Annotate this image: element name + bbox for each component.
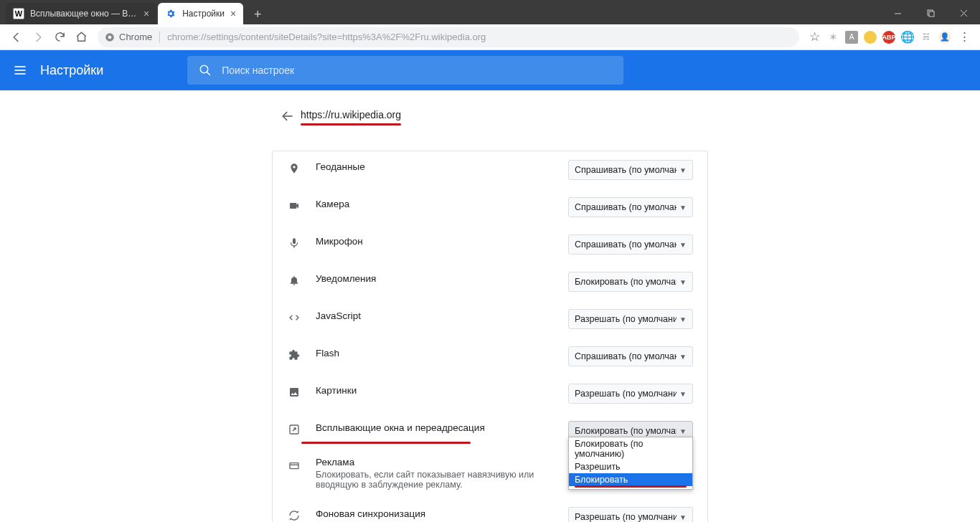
close-icon[interactable]: × <box>143 8 149 19</box>
perm-label: Фоновая синхронизация <box>316 508 425 519</box>
wikipedia-icon: W <box>13 8 24 19</box>
perm-label: Всплывающие окна и переадресация <box>316 422 485 433</box>
svg-rect-2 <box>929 11 934 16</box>
perm-label: Картинки <box>316 385 357 396</box>
pdf-icon[interactable]: A <box>845 31 858 44</box>
perm-row-location: Геоданные Спрашивать (по умолчанию)▼ <box>273 151 707 189</box>
site-url: https://ru.wikipedia.org <box>301 109 401 123</box>
extension-icon[interactable] <box>864 31 877 44</box>
close-icon[interactable]: × <box>230 8 236 19</box>
tab-wikipedia[interactable]: W Всплывающее окно — Википед × <box>6 3 156 24</box>
browser-toolbar: Chrome chrome://settings/content/siteDet… <box>0 24 980 50</box>
window-controls <box>881 1 980 24</box>
chrome-chip: Chrome <box>105 32 152 42</box>
perm-label: Flash <box>316 348 339 359</box>
perm-select-bgsync[interactable]: Разрешать (по умолчанию)▼ <box>568 507 693 522</box>
maximize-button[interactable] <box>914 1 947 24</box>
popup-icon <box>287 422 301 437</box>
highlight-underline <box>301 123 401 125</box>
page-title: Настройки <box>40 63 103 78</box>
perm-row-javascript: JavaScript Разрешать (по умолчанию)▼ <box>273 300 707 338</box>
perm-label: JavaScript <box>316 310 361 321</box>
new-tab-button[interactable]: + <box>248 4 268 24</box>
minimize-button[interactable] <box>881 1 914 24</box>
caret-down-icon: ▼ <box>679 166 687 174</box>
perm-row-camera: Камера Спрашивать (по умолчанию)▼ <box>273 189 707 226</box>
profile-avatar[interactable]: 👤 <box>938 31 951 44</box>
perm-select-javascript[interactable]: Разрешать (по умолчанию)▼ <box>568 309 693 329</box>
menu-button[interactable] <box>0 63 40 77</box>
reload-button[interactable] <box>49 27 70 48</box>
omnibox[interactable]: Chrome chrome://settings/content/siteDet… <box>98 27 799 47</box>
perm-select-images[interactable]: Разрешать (по умолчанию)▼ <box>568 384 693 404</box>
url-text: chrome://settings/content/siteDetails?si… <box>167 32 486 42</box>
perm-label: Реклама <box>316 457 354 468</box>
highlight-underline <box>575 485 687 488</box>
back-button[interactable] <box>6 27 27 48</box>
perm-row-bgsync: Фоновая синхронизация Разрешать (по умол… <box>273 498 707 522</box>
separator <box>159 32 160 43</box>
browser-menu-button[interactable]: ⋮ <box>954 29 974 44</box>
perm-select-notifications[interactable]: Блокировать (по умолчанию)▼ <box>568 272 693 292</box>
extension-icon[interactable]: ✶ <box>826 31 839 44</box>
perm-select-flash[interactable]: Спрашивать (по умолчанию)▼ <box>568 346 693 366</box>
perm-row-images: Картинки Разрешать (по умолчанию)▼ <box>273 375 707 412</box>
code-icon <box>287 310 301 325</box>
sync-icon <box>287 508 301 522</box>
perm-label: Камера <box>316 199 349 209</box>
tab-settings[interactable]: Настройки × <box>158 3 243 24</box>
bookmark-star-icon[interactable]: ☆ <box>808 31 821 44</box>
search-box[interactable] <box>187 56 623 85</box>
perm-sublabel: Блокировать, если сайт показывает навязч… <box>316 470 545 490</box>
svg-line-11 <box>207 72 210 75</box>
search-icon <box>199 64 212 77</box>
dropdown-option[interactable]: Блокировать <box>569 473 692 486</box>
chrome-icon <box>105 32 115 42</box>
perm-row-popups: Всплывающие окна и переадресация Блокиро… <box>273 412 707 447</box>
home-button[interactable] <box>70 27 92 48</box>
forward-button[interactable] <box>27 27 49 48</box>
tab-strip: W Всплывающее окно — Википед × Настройки… <box>0 0 881 24</box>
extension-icons: ☆ ✶ A ABP 🌐 ☵ 👤 <box>805 31 954 44</box>
perm-row-microphone: Микрофон Спрашивать (по умолчанию)▼ <box>273 226 707 263</box>
perm-select-camera[interactable]: Спрашивать (по умолчанию)▼ <box>568 197 693 217</box>
search-input[interactable] <box>222 65 612 76</box>
caret-down-icon: ▼ <box>679 353 687 361</box>
caret-down-icon: ▼ <box>679 513 687 521</box>
perm-label: Геоданные <box>316 161 365 172</box>
site-title-row: https://ru.wikipedia.org <box>272 90 708 133</box>
svg-rect-15 <box>290 463 298 469</box>
perm-label: Уведомления <box>316 273 376 284</box>
dropdown-option[interactable]: Разрешить <box>569 460 692 473</box>
camera-icon <box>287 199 301 213</box>
globe-icon[interactable]: 🌐 <box>901 31 914 44</box>
popup-dropdown[interactable]: Блокировать (по умолчанию) Разрешить Бло… <box>568 437 693 490</box>
settings-gear-icon <box>165 8 176 19</box>
perm-select-location[interactable]: Спрашивать (по умолчанию)▼ <box>568 160 693 180</box>
caret-down-icon: ▼ <box>679 278 687 286</box>
settings-header: Настройки <box>0 50 980 90</box>
ads-icon <box>287 458 301 473</box>
image-icon <box>287 385 301 399</box>
perm-row-flash: Flash Спрашивать (по умолчанию)▼ <box>273 338 707 375</box>
microphone-icon <box>287 236 301 250</box>
content-area[interactable]: https://ru.wikipedia.org Геоданные Спраш… <box>0 90 980 522</box>
caret-down-icon: ▼ <box>679 315 687 323</box>
permissions-card: Геоданные Спрашивать (по умолчанию)▼ Кам… <box>272 151 708 522</box>
tab-title: Всплывающее окно — Википед <box>30 9 138 19</box>
close-window-button[interactable] <box>947 1 980 24</box>
adblock-icon[interactable]: ABP <box>882 31 895 44</box>
dropdown-option[interactable]: Блокировать (по умолчанию) <box>569 437 692 460</box>
svg-point-10 <box>200 65 208 73</box>
chrome-label: Chrome <box>119 32 152 42</box>
perm-row-notifications: Уведомления Блокировать (по умолчанию)▼ <box>273 263 707 300</box>
tab-title: Настройки <box>182 9 225 19</box>
caret-down-icon: ▼ <box>679 427 687 435</box>
caret-down-icon: ▼ <box>679 390 687 398</box>
caret-down-icon: ▼ <box>679 241 687 249</box>
perm-select-microphone[interactable]: Спрашивать (по умолчанию)▼ <box>568 234 693 255</box>
back-arrow-button[interactable] <box>275 103 301 129</box>
svg-point-6 <box>108 35 112 39</box>
extension-icon[interactable]: ☵ <box>920 31 933 44</box>
caret-down-icon: ▼ <box>679 204 687 212</box>
